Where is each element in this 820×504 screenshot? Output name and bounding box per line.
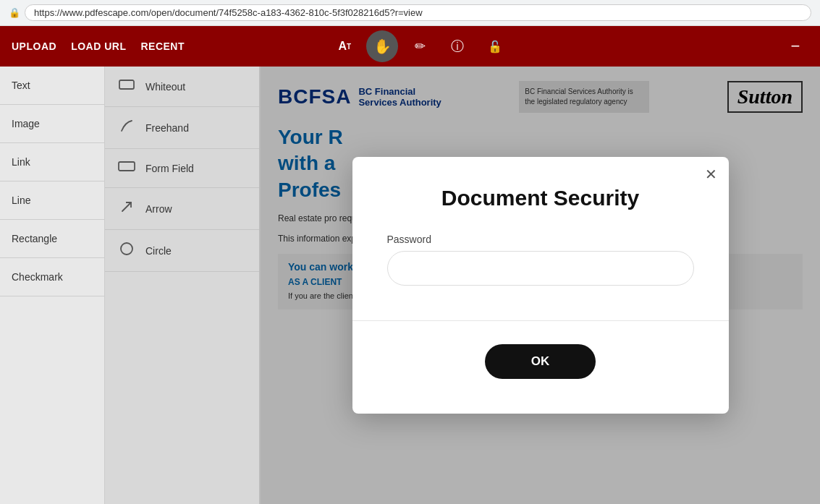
svg-rect-0 (119, 80, 134, 89)
arrow-tool[interactable]: Arrow (105, 188, 259, 230)
upload-button[interactable]: UPLOAD (12, 40, 56, 52)
svg-point-3 (121, 243, 132, 255)
modal-title: Document Security (387, 186, 694, 210)
browser-bar: 🔒 https://www.pdfescape.com/open/documen… (0, 0, 820, 26)
toolbar-nav: UPLOAD LOAD URL RECENT (12, 40, 185, 52)
modal-overlay: ✕ Document Security Password OK (261, 67, 820, 504)
sidebar-item-link[interactable]: Link (0, 143, 104, 181)
info-tool-button[interactable]: ⓘ (441, 30, 473, 62)
sidebar-item-line[interactable]: Line (0, 181, 104, 220)
hand-tool-button[interactable]: ✋ (366, 30, 398, 62)
text-format-tool-button[interactable]: AT (329, 30, 360, 62)
lock-tool-button[interactable]: 🔓 (479, 30, 511, 62)
toolbar-center: AT ✋ ✏ ⓘ 🔓 (329, 30, 511, 62)
sidebar-item-rectangle[interactable]: Rectangle (0, 220, 104, 258)
left-sidebar: Text Image Link Line Rectangle Checkmark (0, 67, 105, 504)
password-input[interactable] (387, 251, 694, 286)
document-security-modal: ✕ Document Security Password OK (352, 157, 729, 414)
svg-rect-1 (119, 162, 135, 171)
modal-divider (352, 320, 729, 321)
browser-lock-icon: 🔒 (9, 7, 20, 18)
toolbar-right: − (782, 33, 808, 59)
whiteout-icon (118, 78, 135, 95)
arrow-icon (118, 200, 135, 218)
circle-tool[interactable]: Circle (105, 230, 259, 272)
freehand-tool[interactable]: Freehand (105, 107, 259, 149)
pdf-area: BCFSA BC FinancialServices Authority BC … (261, 67, 820, 504)
svg-line-2 (122, 202, 131, 211)
form-field-tool[interactable]: Form Field (105, 149, 259, 188)
form-field-icon (118, 161, 135, 176)
url-bar[interactable]: https://www.pdfescape.com/open/document/… (25, 4, 811, 21)
recent-button[interactable]: RECENT (140, 40, 185, 52)
freehand-icon (118, 119, 135, 137)
main-area: Text Image Link Line Rectangle Checkmark… (0, 67, 820, 504)
minimize-button[interactable]: − (782, 33, 808, 59)
ok-button[interactable]: OK (485, 344, 596, 379)
modal-close-button[interactable]: ✕ (705, 167, 717, 181)
pencil-tool-button[interactable]: ✏ (404, 30, 436, 62)
whiteout-tool[interactable]: Whiteout (105, 67, 259, 107)
main-toolbar: UPLOAD LOAD URL RECENT AT ✋ ✏ ⓘ 🔓 − (0, 26, 820, 67)
circle-icon (118, 242, 135, 260)
tool-panel: Whiteout Freehand Form Field Arrow Circl… (105, 67, 261, 504)
password-label: Password (387, 234, 694, 245)
sidebar-item-image[interactable]: Image (0, 105, 104, 143)
load-url-button[interactable]: LOAD URL (71, 40, 126, 52)
sidebar-item-text[interactable]: Text (0, 67, 104, 105)
sidebar-item-checkmark[interactable]: Checkmark (0, 258, 104, 296)
